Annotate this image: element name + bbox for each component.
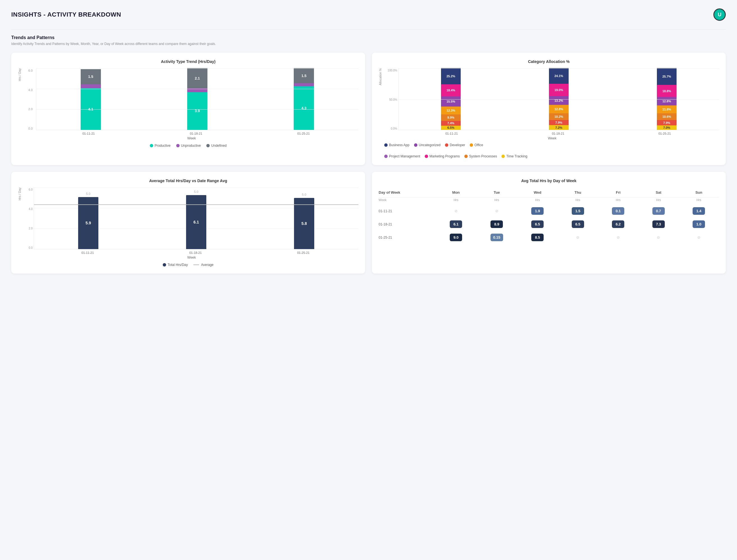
cat-seg-timetrack-3: 7.0% [657, 125, 677, 130]
legend-dev-label: Developer [450, 143, 465, 147]
activity-bars-area: 1.5 4.1 2.1 3.9 [36, 68, 358, 130]
stacked-bar-2: 2.1 3.9 [187, 68, 207, 130]
avg-reference-line [34, 204, 358, 205]
cat-seg-mktg-1: 18.4% [441, 84, 461, 96]
legend-projmgmt: Project Management [384, 154, 420, 158]
activity-bar-group-1: 1.5 4.1 [42, 68, 139, 130]
cat-seg-dev-2: 7.9% [549, 120, 569, 125]
legend-productive-label: Productive [155, 144, 171, 148]
category-allocation-card: Category Allocation % Allocation % 100.0… [372, 53, 726, 165]
legend-uncat-dot [414, 143, 417, 147]
heatmap-week-label: Week [379, 198, 436, 205]
avg-x-label-2: 01-18-21 [146, 251, 245, 254]
cat-legend: Business App Uncategorized Developer Off… [379, 143, 719, 158]
legend-productive: Productive [150, 144, 171, 148]
cat-x-label-3: 01-25-21 [616, 132, 713, 135]
section-heading: Trends and Patterns Identify Activity Tr… [11, 35, 726, 46]
heatmap-cell-1-sat: 0.7 [638, 204, 679, 218]
bar-seg-unprod-1 [81, 84, 101, 88]
heatmap-subheader-row: Week Hrs Hrs Hrs Hrs Hrs Hrs Hrs [379, 198, 719, 205]
avg-bar-inner-2: 6.1 [186, 195, 206, 249]
heatmap-cell-3-sun: ⊘ [679, 231, 719, 244]
cat-bar-3: 25.7% 18.8% 12.8% 11.8% 10.6% 7.9% 7.0% [617, 68, 716, 130]
cat-seg-timetrack-1: 6.5% [441, 126, 461, 130]
legend-timetrack: Time Tracking [501, 154, 527, 158]
user-avatar[interactable]: U [713, 8, 726, 21]
activity-x-title: Week [25, 136, 358, 140]
legend-busapp: Business App [384, 143, 410, 147]
legend-projmgmt-dot [384, 155, 388, 158]
cat-y-axis: 100.0% 50.0% 0.0% [385, 68, 397, 130]
heatmap-header-row: Day of Week Mon Tue Wed Thu Fri Sat Sun [379, 188, 719, 198]
heatmap-sub-wed: Hrs [517, 198, 558, 205]
legend-busapp-dot [384, 143, 388, 147]
legend-busapp-label: Business App [389, 143, 410, 147]
heatmap-sub-tue: Hrs [476, 198, 517, 205]
legend-mktgprog-dot [425, 155, 428, 158]
cat-seg-dev-3: 7.9% [657, 120, 677, 125]
page-title: INSIGHTS - ACTIVITY BREAKDOWN [11, 11, 121, 18]
heatmap-sub-mon: Hrs [436, 198, 476, 205]
legend-office-dot [470, 143, 473, 147]
heatmap-cell-1-mon: ⊘ [436, 204, 476, 218]
heatmap-row-2: 01-18-21 6.1 8.9 6.5 6.5 6.2 7.3 1.0 [379, 218, 719, 231]
heatmap-row-1: 01-11-21 ⊘ ⊘ 1.9 1.5 0.1 0.7 1.4 [379, 204, 719, 218]
avg-bar-2: 5.0 6.1 [146, 195, 246, 249]
legend-sysproc-dot [464, 155, 468, 158]
legend-dev-dot [445, 143, 448, 147]
bar-seg-prod-2: 3.9 [187, 92, 207, 130]
avg-y-axis: 6.0 4.0 2.0 0.0 [25, 188, 33, 249]
bar-seg-unprod-2 [187, 88, 207, 92]
section-description: Identify Activity Trends and Patterns by… [11, 42, 726, 46]
avg-y-axis-label: Hrs / Day [18, 188, 21, 200]
heatmap-sub-sun: Hrs [679, 198, 719, 205]
stacked-bar-1: 1.5 4.1 [81, 68, 101, 130]
heatmap-row-3: 01-25-21 9.0 0.15 8.5 ⊘ ⊘ ⊘ ⊘ [379, 231, 719, 244]
heatmap-sub-thu: Hrs [558, 198, 598, 205]
heatmap-header-sun: Sun [679, 188, 719, 198]
cat-x-label-2: 01-18-21 [509, 132, 607, 135]
activity-x-label-1: 01-11-21 [39, 132, 138, 135]
cat-x-title: Week [385, 136, 719, 140]
legend-mktgprog-label: Marketing Programs [429, 154, 460, 158]
header-divider [11, 29, 726, 30]
heatmap-cell-1-fri: 0.1 [598, 204, 638, 218]
heatmap-row-2-week: 01-18-21 [379, 218, 436, 231]
legend-uncat: Uncategorized [414, 143, 440, 147]
cat-x-label-1: 01-11-21 [403, 132, 500, 135]
legend-undefined-dot [206, 144, 210, 147]
legend-total-hrs-dot [163, 263, 166, 267]
avg-bar-wrap-3: 5.0 5.8 [294, 198, 314, 249]
heatmap-row-1-week: 01-11-21 [379, 204, 436, 218]
heatmap-cell-3-sat: ⊘ [638, 231, 679, 244]
heatmap-cell-1-wed: 1.9 [517, 204, 558, 218]
legend-undefined-label: Undefined [211, 144, 227, 148]
heatmap-cell-2-fri: 6.2 [598, 218, 638, 231]
cat-seg-office-2: 12.8% [549, 105, 569, 113]
avg-x-label-1: 01-11-21 [38, 251, 137, 254]
bar-seg-undefined-3: 1.5 [294, 68, 314, 83]
avg-total-title: Average Total Hrs/Day vs Date Range Avg [18, 179, 358, 183]
cat-seg-office-1: 12.3% [441, 107, 461, 114]
avg-x-label-3: 01-25-21 [254, 251, 353, 254]
legend-unproductive-dot [176, 144, 180, 147]
legend-sysproc-label: System Processes [469, 154, 497, 158]
heatmap-cell-3-tue: 0.15 [476, 231, 517, 244]
cat-legend-row2: Project Management Marketing Programs Sy… [384, 154, 527, 158]
avg-legend: Total Hrs/Day Average [18, 263, 358, 267]
heatmap-cell-2-tue: 8.9 [476, 218, 517, 231]
cat-seg-busapp-3: 25.7% [657, 68, 677, 85]
heatmap-header-dow: Day of Week [379, 188, 436, 198]
cat-seg-dev-1: 7.4% [441, 121, 461, 126]
avg-line-label-1: 5.0 [86, 192, 90, 195]
heatmap-cell-3-thu: ⊘ [558, 231, 598, 244]
cat-legend-row1: Business App Uncategorized Developer Off… [384, 143, 483, 147]
heatmap-cell-2-sun: 1.0 [679, 218, 719, 231]
legend-dev: Developer [445, 143, 465, 147]
legend-uncat-label: Uncategorized [419, 143, 440, 147]
heatmap-cell-3-fri: ⊘ [598, 231, 638, 244]
heatmap-cell-1-thu: 1.5 [558, 204, 598, 218]
bar-seg-unprod-3 [294, 83, 314, 86]
cat-stacked-3: 25.7% 18.8% 12.8% 11.8% 10.6% 7.9% 7.0% [657, 68, 677, 130]
legend-productive-dot [150, 144, 153, 147]
